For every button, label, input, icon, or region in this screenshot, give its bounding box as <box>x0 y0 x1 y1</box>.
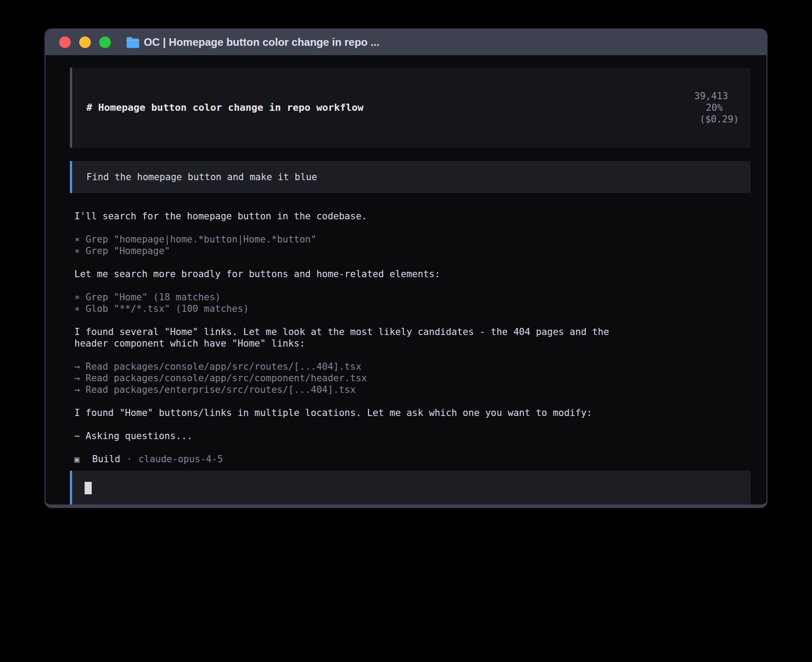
assistant-text-line: Let me search more broadly for buttons a… <box>74 268 751 280</box>
input-footer: Build Claude Opus 4.5 OpenCode Zen <box>85 505 739 508</box>
title-group: OC | Homepage button color change in rep… <box>126 36 379 48</box>
text-cursor <box>85 482 92 494</box>
zoom-button[interactable] <box>99 36 111 48</box>
session-stats: 39,413 20% ($0.29) <box>649 79 739 137</box>
tool-call-line: ∗ Grep "Homepage" <box>74 245 751 257</box>
status-text-line: ~ Asking questions... <box>74 430 751 442</box>
folder-icon <box>126 36 140 48</box>
agent-model: claude-opus-4-5 <box>138 453 223 465</box>
tool-call-line: ∗ Grep "Home" (18 matches) <box>74 291 751 303</box>
assistant-text-line: header component which have "Home" links… <box>74 338 751 349</box>
dot-separator: · <box>126 453 132 465</box>
agent-badge: Build <box>85 505 113 508</box>
provider-name: OpenCode Zen <box>221 505 288 508</box>
assistant-text-line: I found several "Home" links. Let me loo… <box>74 326 751 338</box>
agent-status-row: ▣ Build · claude-opus-4-5 <box>74 453 751 465</box>
traffic-lights <box>59 36 111 48</box>
close-button[interactable] <box>59 36 71 48</box>
agent-icon: ▣ <box>74 453 81 465</box>
prompt-input[interactable]: Build Claude Opus 4.5 OpenCode Zen <box>70 471 751 508</box>
transcript: I'll search for the homepage button in t… <box>70 210 751 465</box>
session-cost: ($0.29) <box>699 114 739 125</box>
tool-call-line: ∗ Glob "**/*.tsx" (100 matches) <box>74 303 751 315</box>
tool-call-line: → Read packages/enterprise/src/routes/[.… <box>74 384 751 396</box>
titlebar[interactable]: OC | Homepage button color change in rep… <box>45 29 767 55</box>
model-name: Claude Opus 4.5 <box>130 505 214 508</box>
token-count: 39,413 <box>694 91 728 101</box>
session-header: # Homepage button color change in repo w… <box>70 68 751 148</box>
user-message: Find the homepage button and make it blu… <box>86 171 739 183</box>
session-title: # Homepage button color change in repo w… <box>86 102 364 113</box>
window-title: OC | Homepage button color change in rep… <box>144 36 379 48</box>
minimize-button[interactable] <box>79 36 91 48</box>
tool-call-line: → Read packages/console/app/src/routes/[… <box>74 361 751 372</box>
tool-call-line: ∗ Grep "homepage|home.*button|Home.*butt… <box>74 234 751 245</box>
terminal-window: OC | Homepage button color change in rep… <box>45 28 767 508</box>
tool-call-line: → Read packages/console/app/src/componen… <box>74 372 751 384</box>
assistant-text-line: I'll search for the homepage button in t… <box>74 210 751 222</box>
user-message-block: Find the homepage button and make it blu… <box>70 161 751 193</box>
assistant-text-line: I found "Home" buttons/links in multiple… <box>74 407 751 419</box>
context-percent: 20% <box>706 102 723 113</box>
agent-name: Build <box>92 453 120 465</box>
